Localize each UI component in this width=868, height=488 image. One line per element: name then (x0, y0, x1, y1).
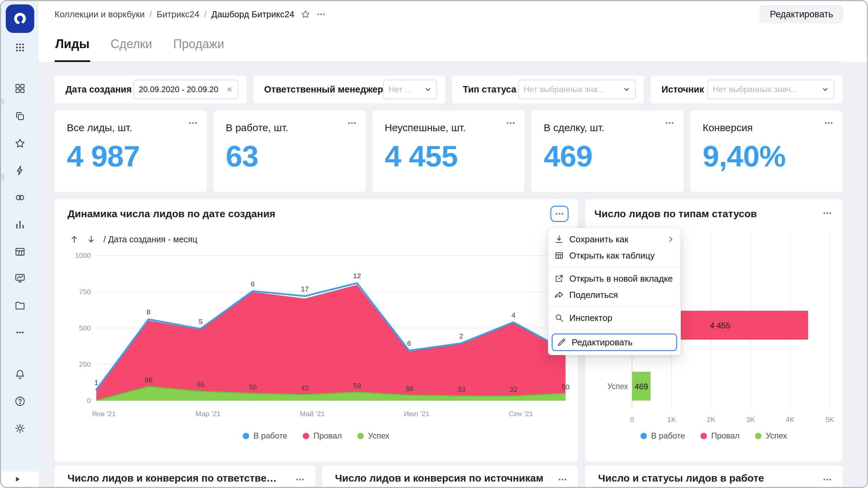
tab-sales[interactable]: Продажи (173, 27, 225, 62)
bell-icon[interactable] (1, 365, 39, 384)
datalens-logo[interactable] (6, 4, 34, 33)
table-grid-icon[interactable] (1, 242, 39, 261)
chart-legend: В работе Провал Успех (55, 431, 578, 441)
legend-label: Успех (766, 431, 787, 441)
breadcrumb-collections[interactable]: Коллекции и воркбуки (55, 9, 145, 20)
share-icon (554, 290, 564, 300)
legend-success[interactable]: Успех (357, 431, 389, 441)
kpi-conversion: Конверсия 9,40% (690, 110, 843, 192)
svg-text:1: 1 (94, 379, 98, 386)
svg-text:8: 8 (146, 308, 151, 316)
menu-item-open-new-tab[interactable]: Открыть в новой вкладке (548, 270, 680, 287)
monitor-chart-icon[interactable] (1, 269, 39, 288)
table-icon (554, 251, 564, 260)
widget-menu-icon[interactable] (820, 472, 835, 487)
widget-menu-icon[interactable] (185, 116, 201, 130)
widget-menu-icon[interactable] (821, 116, 836, 130)
apps-grid-icon[interactable] (1, 38, 39, 57)
svg-text:Мар '21: Мар '21 (195, 410, 220, 418)
menu-item-edit[interactable]: Редактировать (552, 333, 677, 351)
four-squares-icon[interactable] (1, 79, 39, 98)
breadcrumb-workbook[interactable]: Битрикс24 (157, 9, 199, 20)
kpi-value: 4 987 (67, 139, 207, 174)
svg-text:4 455: 4 455 (710, 321, 730, 330)
legend-in-progress[interactable]: В работе (243, 431, 287, 441)
lightning-icon[interactable] (1, 161, 39, 180)
source-select[interactable]: Нет выбранных знач... (707, 80, 834, 99)
chart-title: Число и статусы лидов в работе (598, 472, 764, 484)
kpi-row: Все лиды, шт. 4 987 В работе, шт. 63 Неу… (55, 110, 843, 192)
status-type-select[interactable]: Нет выбранных зна... (518, 80, 636, 99)
edit-dashboard-button[interactable]: Редактировать (760, 5, 843, 23)
breadcrumb-separator: / (150, 9, 152, 20)
filter-status-type: Тип статуса Нет выбранных зна... (452, 76, 644, 103)
kpi-in-progress: В работе, шт. 63 (214, 110, 366, 192)
svg-text:250: 250 (79, 360, 91, 368)
manager-select[interactable]: Нет ... (383, 80, 437, 99)
drill-down-icon[interactable] (84, 232, 99, 247)
copy-icon[interactable] (1, 107, 39, 126)
widget-menu-icon-active[interactable] (550, 206, 569, 222)
filter-source: Источник Нет выбранных знач... (651, 76, 843, 103)
legend-fail[interactable]: Провал (303, 431, 342, 441)
clear-icon[interactable] (226, 86, 233, 93)
filter-label: Источник (662, 84, 704, 95)
leads-dynamics-plot[interactable]: 02505007501000Янв '21Мар '21Май '21Июл '… (55, 250, 578, 420)
star-icon[interactable] (1, 134, 39, 153)
folder-icon[interactable] (1, 296, 39, 315)
menu-item-label: Сохранить как (569, 234, 628, 245)
widget-menu-icon[interactable] (503, 116, 518, 130)
widget-menu-icon[interactable] (555, 472, 570, 487)
svg-text:0: 0 (630, 415, 634, 423)
menu-item-label: Инспектор (569, 313, 612, 323)
legend-fail[interactable]: Провал (701, 431, 739, 441)
menu-item-inspector[interactable]: Инспектор (548, 310, 680, 326)
rings-icon[interactable] (1, 188, 39, 207)
svg-text:500: 500 (79, 324, 91, 332)
drill-toolbar: / Дата создания - месяц (67, 232, 197, 247)
kpi-value: 9,40% (703, 139, 843, 174)
widget-menu-icon[interactable] (292, 472, 308, 487)
breadcrumb-current: Дашборд Битрикс24 (211, 9, 294, 20)
external-link-icon (554, 274, 564, 283)
sidebar-expand-button[interactable] (15, 476, 21, 482)
bar-chart-icon[interactable] (1, 215, 39, 234)
svg-text:1K: 1K (667, 415, 676, 423)
widget-menu-icon[interactable] (344, 116, 360, 130)
svg-text:12: 12 (353, 272, 361, 280)
svg-text:33: 33 (457, 385, 465, 393)
svg-text:6: 6 (407, 339, 411, 347)
tab-deals[interactable]: Сделки (110, 27, 153, 62)
favorite-star-icon[interactable] (300, 9, 311, 19)
dashboard-more-icon[interactable] (316, 9, 326, 19)
chevron-down-icon (623, 86, 630, 93)
svg-text:1000: 1000 (75, 251, 91, 259)
svg-text:65: 65 (197, 381, 204, 388)
question-icon[interactable] (1, 392, 39, 411)
gear-icon[interactable] (1, 419, 39, 438)
select-placeholder: Нет выбранных знач... (713, 85, 818, 94)
kpi-value: 469 (544, 139, 684, 174)
svg-text:98: 98 (144, 376, 152, 384)
menu-group: Инспектор (548, 306, 680, 329)
svg-text:2: 2 (459, 332, 463, 340)
kpi-all-leads: Все лиды, шт. 4 987 (55, 110, 207, 192)
drill-breadcrumb[interactable]: / Дата создания - месяц (103, 235, 197, 244)
menu-item-save-as[interactable]: Сохранить как (548, 231, 680, 247)
date-range-input[interactable]: 20.09.2020 - 20.09.20 (133, 80, 238, 99)
svg-text:Сен '21: Сен '21 (509, 410, 533, 418)
svg-text:469: 469 (634, 382, 648, 391)
legend-in-progress[interactable]: В работе (640, 431, 685, 441)
menu-item-open-as-table[interactable]: Открыть как таблицу (548, 247, 680, 264)
ellipsis-icon[interactable] (1, 323, 39, 342)
filter-label: Ответственный менеджер (264, 84, 383, 95)
widget-menu-icon[interactable] (820, 206, 835, 220)
tab-leads[interactable]: Лиды (55, 27, 90, 62)
select-placeholder: Нет ... (389, 85, 421, 94)
legend-success[interactable]: Успех (755, 431, 787, 441)
drill-up-icon[interactable] (67, 232, 82, 247)
widget-menu-icon[interactable] (662, 116, 677, 130)
menu-item-label: Открыть в новой вкладке (569, 273, 673, 284)
chevron-down-icon (822, 86, 829, 93)
menu-item-share[interactable]: Поделиться (548, 287, 680, 303)
